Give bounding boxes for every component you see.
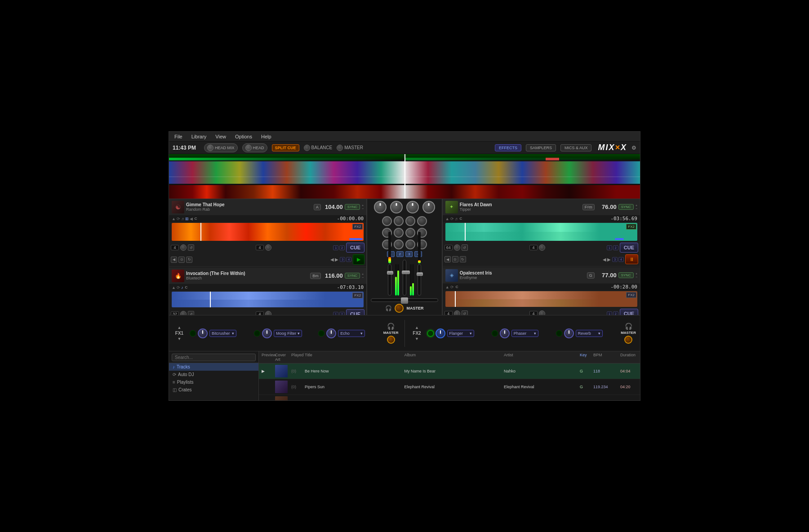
fader-ch1-handle[interactable] <box>387 271 393 275</box>
master-button[interactable]: MASTER <box>337 145 363 151</box>
fx-knob-flanger-1[interactable] <box>436 328 445 338</box>
deck-1b-waveform[interactable]: FX1 FX2 <box>172 292 364 307</box>
fx-enable-reverb[interactable] <box>556 330 562 337</box>
fader-ch1[interactable] <box>388 264 391 296</box>
deck-2a-keylock-icon[interactable]: ♬ <box>455 217 458 221</box>
head-mix-button[interactable]: HEAD MIX <box>204 143 238 152</box>
deck-1a-loop-out[interactable]: ▶ <box>335 257 338 262</box>
library-nav-tracks[interactable]: ♪ Tracks <box>169 363 258 371</box>
settings-icon[interactable]: ⚙ <box>631 145 636 151</box>
mixer-pfl-3[interactable]: 3 <box>405 251 413 257</box>
deck-2a-pfl-icon[interactable]: ▲ <box>445 217 449 221</box>
waveform-overview[interactable] <box>169 154 640 199</box>
deck-2a-fx2-badge[interactable]: FX2 <box>626 224 636 230</box>
mixer-gain-ch1-knob[interactable] <box>374 201 387 213</box>
col-header-bpm[interactable]: BPM <box>591 352 618 362</box>
deck-1a-hotcue2[interactable]: 2 <box>339 245 345 250</box>
fader-ch3[interactable] <box>418 264 421 296</box>
deck-1b-hotcue1[interactable]: 1 <box>333 312 338 315</box>
deck-2b-rate-knob[interactable] <box>454 310 460 315</box>
deck-2a-cue-button[interactable]: CUE <box>620 243 638 253</box>
deck-2b-hotcue2[interactable]: 2 <box>613 311 618 315</box>
deck-1a-rate-knob[interactable] <box>180 244 187 251</box>
deck-2a-loop-in[interactable]: ◀ <box>603 257 606 262</box>
deck-1a-hotcue3[interactable]: 3 <box>340 257 345 262</box>
balance-button[interactable]: BALANCE <box>304 145 333 151</box>
deck-2a-loop-size[interactable]: 64 <box>445 245 453 250</box>
deck-2b-sync-button[interactable]: SYNC <box>618 272 634 278</box>
deck-1a-beats-icon[interactable]: ⊞ <box>185 217 189 221</box>
deck-1b-loop-size[interactable]: 32 <box>171 311 179 315</box>
deck-2b-pfl-icon[interactable]: ▲ <box>445 285 449 289</box>
deck-1b-cue-button[interactable]: CUE <box>346 309 364 315</box>
fx-knob-echo-1[interactable] <box>326 328 336 338</box>
fx-enable-bitcrusher[interactable] <box>190 330 196 337</box>
col-header-key[interactable]: Key <box>577 352 591 362</box>
deck-1a-hotcue1[interactable]: 1 <box>333 245 338 250</box>
fx-dropdown-phaser[interactable]: Phaser ▾ <box>511 330 538 337</box>
deck-1b-rate-knob[interactable] <box>180 311 187 315</box>
mixer-eq-high-3[interactable] <box>405 216 415 226</box>
col-header-duration[interactable]: Duration <box>618 352 640 362</box>
deck-2b-cue-button[interactable]: CUE <box>620 309 638 315</box>
deck-2a-hotcue1[interactable]: 1 <box>607 245 612 250</box>
deck-1a-reset-btn[interactable]: ↺ <box>188 244 194 251</box>
deck-1b-hotcue2[interactable]: 2 <box>339 312 345 315</box>
deck-1b-loop-icon[interactable]: ⟳ <box>177 285 180 290</box>
deck-2a-rate-knob[interactable] <box>454 244 460 251</box>
fx1-master-knob[interactable] <box>387 336 395 344</box>
mixer-eq-high-1[interactable] <box>382 216 392 226</box>
deck-2b-reset-btn[interactable]: ↺ <box>462 310 468 315</box>
samplers-button[interactable]: SAMPLERS <box>526 144 556 151</box>
deck-1a-info-btn[interactable]: ⊙ <box>178 257 185 263</box>
deck-2b-loop-size[interactable]: 4 <box>445 311 453 315</box>
menu-options[interactable]: Options <box>233 133 254 140</box>
track-row-2[interactable]: (0) Voice Of The Four The 4 Horsemen Of … <box>259 395 640 400</box>
deck-2a-tempo-knob[interactable] <box>539 244 545 251</box>
deck-2a-hotcue4[interactable]: 4 <box>618 257 624 262</box>
fx-knob-moogfilter-1[interactable] <box>262 328 272 338</box>
deck-1a-tempo-knob[interactable] <box>265 244 271 251</box>
fx-knob-phaser-1[interactable] <box>500 328 510 338</box>
deck-1a-loop-in[interactable]: ◀ <box>330 257 334 262</box>
deck-2b-rate-up[interactable]: + <box>636 272 637 275</box>
col-header-artist[interactable]: Artist <box>501 352 577 362</box>
deck-1b-tempo-knob[interactable] <box>265 311 271 315</box>
deck-2a-hotcue2[interactable]: 2 <box>613 245 618 250</box>
fx1-scroll-up[interactable]: ▲ <box>178 325 182 330</box>
deck-2a-prev-btn[interactable]: ◀ <box>445 256 451 262</box>
deck-1a-rate-up[interactable]: + <box>362 204 364 207</box>
fx2-master-knob[interactable] <box>624 336 632 344</box>
deck-2a-beat-size[interactable]: 4 <box>529 245 538 250</box>
deck-1a-sync-button[interactable]: SYNC <box>345 204 360 210</box>
deck-1a-play-button[interactable]: ▶ <box>353 254 364 265</box>
fader-main-handle[interactable] <box>402 270 410 274</box>
deck-1b-rate-up[interactable]: + <box>362 273 364 276</box>
fx2-scroll-down[interactable]: ▼ <box>415 337 419 341</box>
deck-2a-play-button[interactable]: ⏸ <box>625 254 638 264</box>
effects-button[interactable]: EFFECTS <box>495 144 521 151</box>
fx1-scroll-down[interactable]: ▼ <box>178 337 182 341</box>
fx-dropdown-bitcrusher[interactable]: Bitcrusher ▾ <box>209 330 236 337</box>
mixer-gain-ch4-knob[interactable] <box>422 201 435 213</box>
track-row-0[interactable]: ▶ (0) Be Here Now My Name Is Bear Nahko … <box>259 364 640 379</box>
fx-dropdown-echo[interactable]: Echo ▾ <box>338 330 365 337</box>
fx-enable-phaser[interactable] <box>492 330 498 337</box>
deck-1a-keylock-icon[interactable]: ♬ <box>181 217 184 221</box>
deck-1a-intro-icon[interactable]: ◀ <box>190 217 193 221</box>
col-header-title[interactable]: Title <box>302 352 401 362</box>
col-header-preview[interactable]: Preview <box>259 352 272 362</box>
col-header-album[interactable]: Album <box>401 352 501 362</box>
deck-2a-rate-down[interactable]: − <box>636 207 637 210</box>
menu-library[interactable]: Library <box>190 133 209 140</box>
deck-1a-rate-down[interactable]: − <box>362 207 364 210</box>
mixer-eq-high-2[interactable] <box>394 216 404 226</box>
split-cue-button[interactable]: SPLIT CUE <box>272 144 299 151</box>
mixer-eq-mid-3[interactable] <box>405 228 415 238</box>
deck-2a-rate-up[interactable]: + <box>636 204 637 207</box>
fx-enable-moogfilter[interactable] <box>254 330 260 337</box>
crossfader[interactable] <box>371 298 438 302</box>
deck-1b-beat-size[interactable]: 4 <box>256 311 264 315</box>
fx-enable-echo[interactable] <box>318 330 324 337</box>
deck-2b-beat-size[interactable]: 4 <box>529 311 538 315</box>
